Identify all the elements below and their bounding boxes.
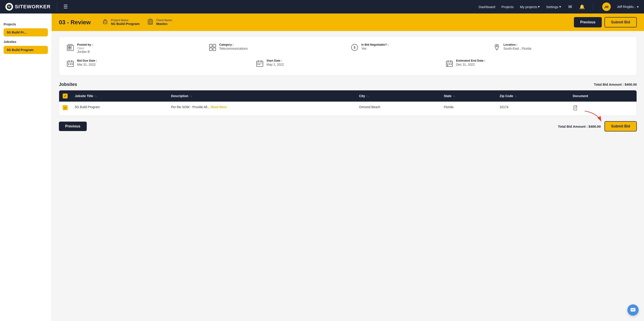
svg-point-55	[633, 310, 634, 310]
chevron-down-icon: ▾	[637, 5, 638, 8]
svg-rect-39	[259, 64, 260, 65]
start-date-field: Start Date : May 2, 2022	[256, 59, 440, 69]
sort-icon[interactable]: ↑↓	[190, 95, 192, 97]
svg-rect-15	[70, 46, 71, 48]
sidebar-item-jobsite[interactable]: 5G Build Program	[4, 46, 48, 54]
chevron-down-icon: ▾	[538, 5, 540, 9]
sort-icon[interactable]: ↑↓	[366, 95, 369, 97]
bell-icon[interactable]: 🔔	[579, 4, 585, 10]
end-date-field: Estimated End Date : Dec 31, 2022	[445, 59, 630, 69]
posted-by-field: Posted by : Client Jordan B	[66, 43, 203, 54]
table-header-city: City ↑↓	[356, 90, 440, 102]
location-icon	[493, 44, 501, 53]
header-previous-button[interactable]: Previous	[574, 17, 602, 28]
project-name-field: Project Name: 5G Build Program	[102, 18, 140, 27]
nav-projects[interactable]: Projects	[502, 5, 514, 9]
category-label: Category :	[219, 43, 248, 46]
sidebar: Projects 5G Build Pr... Jobsites 5G Buil…	[0, 14, 52, 321]
sort-icon[interactable]: ↑↓	[453, 95, 455, 97]
logo[interactable]: SITEWORKER	[6, 3, 50, 10]
project-name-value: 5G Build Program	[111, 22, 140, 26]
chat-button[interactable]	[627, 304, 638, 316]
footer-actions: Previous Total Bid Amount : $400.00	[59, 121, 637, 132]
calendar-start-icon	[256, 59, 264, 69]
svg-rect-23	[213, 48, 216, 50]
start-date-value: May 2, 2022	[266, 63, 284, 66]
row-description: Per the SOW - Provide All... Read More	[168, 102, 356, 116]
nav-links: Dashboard Projects My projects ▾ Setting…	[478, 2, 638, 11]
page-content: Posted by : Client Jordan B	[52, 31, 644, 137]
header-actions: Previous Submit Bid	[574, 17, 637, 28]
sort-icon[interactable]: ↑↓	[94, 95, 97, 97]
location-label: Location :	[504, 43, 532, 46]
table-body: ✓ 5G Build Program Per the SOW - Provide…	[59, 102, 636, 116]
navbar: SITEWORKER ☰ Dashboard Projects My proje…	[0, 0, 644, 14]
client-name-value: Mastec	[156, 22, 168, 26]
jobsites-table-container: ✓ Jobsite Title ↑↓ Description	[59, 90, 637, 116]
footer-total-bid: Total Bid Amount : $400.00	[558, 124, 601, 128]
header-checkbox[interactable]: ✓	[63, 94, 68, 98]
client-name-label: Client Name:	[156, 19, 172, 22]
posted-by-icon	[66, 44, 74, 53]
svg-point-54	[632, 310, 632, 310]
jobsites-header: Jobsites Total Bid Amount : $400.00	[59, 82, 637, 87]
svg-rect-47	[447, 65, 448, 66]
footer-previous-button[interactable]: Previous	[59, 122, 87, 131]
row-jobsite-title: 5G Build Program	[71, 102, 168, 116]
footer-submit-button[interactable]: Submit Bid	[604, 121, 637, 132]
sidebar-item-project[interactable]: 5G Build Pr...	[4, 28, 48, 36]
svg-rect-7	[149, 21, 150, 22]
table-header-checkbox-cell: ✓	[59, 90, 71, 102]
svg-point-3	[8, 7, 10, 8]
svg-point-26	[496, 46, 498, 47]
svg-rect-45	[449, 64, 450, 65]
table-header-description: Description ↑↓	[168, 90, 356, 102]
row-checkbox[interactable]: ✓	[63, 105, 68, 110]
total-bid-amount-top: Total Bid Amount : $400.00	[594, 82, 637, 86]
svg-rect-33	[72, 64, 72, 65]
svg-rect-46	[451, 64, 452, 65]
calendar-end-icon	[445, 59, 454, 69]
bid-negotiable-icon: $	[350, 44, 359, 53]
header-bar: 03 - Review Project Name: 5G Build Progr…	[52, 14, 644, 31]
svg-rect-6	[148, 20, 152, 24]
nav-dashboard[interactable]: Dashboard	[478, 5, 495, 9]
info-grid-top: Posted by : Client Jordan B	[66, 43, 630, 54]
row-document	[569, 102, 636, 116]
svg-rect-44	[447, 64, 448, 65]
svg-rect-17	[70, 48, 71, 49]
nav-settings[interactable]: Settings ▾	[546, 5, 561, 9]
avatar[interactable]: JR	[602, 2, 611, 11]
read-more-link[interactable]: Read More	[211, 105, 227, 109]
svg-rect-12	[150, 19, 151, 20]
hamburger-icon[interactable]: ☰	[63, 4, 68, 10]
project-name-label: Project Name:	[111, 19, 140, 22]
bid-negotiable-value: Yes	[361, 47, 388, 50]
jobsites-section-label: Jobsites	[4, 40, 48, 44]
footer-right: Total Bid Amount : $400.00 Submit Bid	[558, 121, 637, 132]
user-menu[interactable]: Jeff Ringblo... ▾	[617, 5, 638, 8]
start-date-label: Start Date :	[266, 59, 284, 62]
svg-rect-16	[68, 48, 70, 49]
header-submit-button[interactable]: Submit Bid	[604, 17, 637, 28]
category-field: Category : Telecommunications	[208, 43, 345, 54]
svg-rect-8	[151, 21, 152, 22]
posted-by-sub: Client	[77, 47, 93, 50]
document-icon[interactable]	[573, 106, 578, 112]
location-value: South-East , Florida	[504, 47, 532, 50]
svg-rect-21	[213, 44, 216, 47]
svg-rect-22	[210, 48, 212, 50]
mail-icon[interactable]: ✉	[568, 4, 572, 10]
posted-by-value: Jordan B	[77, 50, 93, 54]
nav-my-projects[interactable]: My projects ▾	[520, 5, 540, 9]
sort-icon[interactable]: ↑↓	[514, 95, 517, 97]
bid-negotiable-field: $ Is Bid Negotiable? : Yes	[350, 43, 488, 54]
projects-section-label: Projects	[4, 22, 48, 26]
category-icon	[208, 44, 216, 53]
table-header-jobsite-title: Jobsite Title ↑↓	[71, 90, 168, 102]
jobsites-title: Jobsites	[59, 82, 77, 87]
bid-due-date-field: Bid Due Date : Mar 31, 2022	[66, 59, 250, 69]
end-date-value: Dec 31, 2022	[456, 63, 485, 66]
main-content: 03 - Review Project Name: 5G Build Progr…	[52, 14, 644, 321]
building-icon	[147, 18, 154, 27]
